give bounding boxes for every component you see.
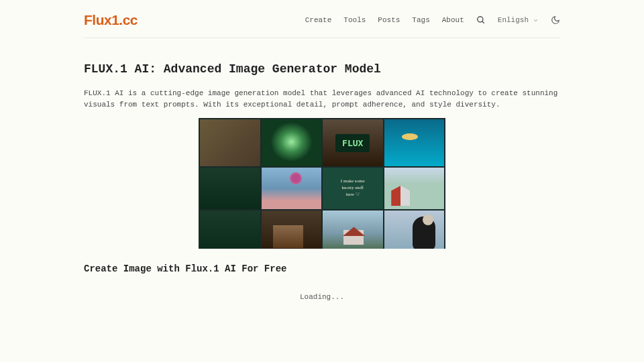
collage-tile xyxy=(200,210,260,249)
main-nav: Create Tools Posts Tags About Enligsh xyxy=(305,15,560,25)
collage-tile xyxy=(384,119,445,166)
collage-tile xyxy=(384,210,445,249)
language-select[interactable]: Enligsh xyxy=(498,16,539,24)
collage-tile xyxy=(200,168,260,209)
section-title: Create Image with Flux.1 AI For Free xyxy=(84,263,560,274)
nav-tools[interactable]: Tools xyxy=(343,16,366,24)
site-header: Flux1.cc Create Tools Posts Tags About E… xyxy=(84,0,560,38)
theme-toggle-icon[interactable] xyxy=(551,15,560,25)
collage-tile xyxy=(262,119,322,166)
collage-tile xyxy=(200,119,260,166)
collage-tile xyxy=(384,168,445,209)
language-label: Enligsh xyxy=(498,16,529,24)
collage-tile-flux xyxy=(323,119,383,166)
nav-about[interactable]: About xyxy=(442,16,464,24)
collage-tile xyxy=(262,210,322,249)
hero-image xyxy=(199,118,445,249)
collage-tile-chalkboard xyxy=(323,168,383,209)
svg-line-1 xyxy=(482,21,484,23)
collage-tile xyxy=(262,168,322,209)
nav-posts[interactable]: Posts xyxy=(378,16,400,24)
loading-indicator: Loading... xyxy=(84,293,560,301)
intro-text: FLUX.1 AI is a cutting-edge image genera… xyxy=(84,88,560,110)
svg-point-0 xyxy=(478,17,483,22)
nav-create[interactable]: Create xyxy=(305,16,332,24)
page-title: FLUX.1 AI: Advanced Image Generator Mode… xyxy=(84,62,560,76)
chevron-down-icon xyxy=(533,17,539,23)
search-icon[interactable] xyxy=(476,15,486,25)
collage-tile xyxy=(323,210,383,249)
site-logo[interactable]: Flux1.cc xyxy=(84,12,138,28)
nav-tags[interactable]: Tags xyxy=(412,16,429,24)
